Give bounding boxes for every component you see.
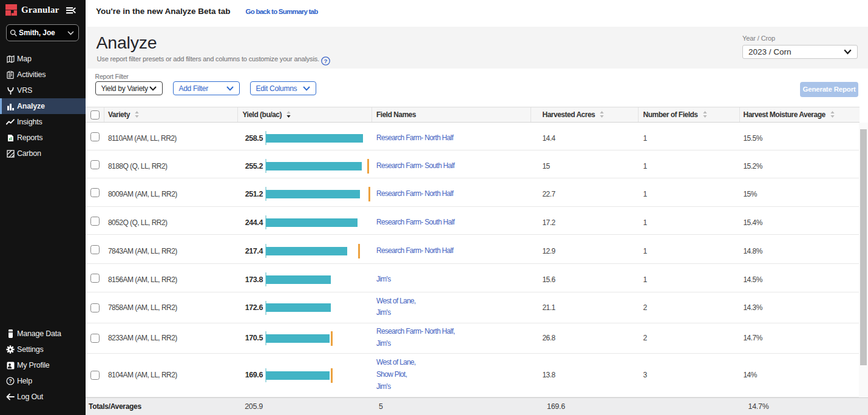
svg-text:?: ?	[9, 378, 12, 384]
svg-text:?: ?	[324, 58, 328, 64]
